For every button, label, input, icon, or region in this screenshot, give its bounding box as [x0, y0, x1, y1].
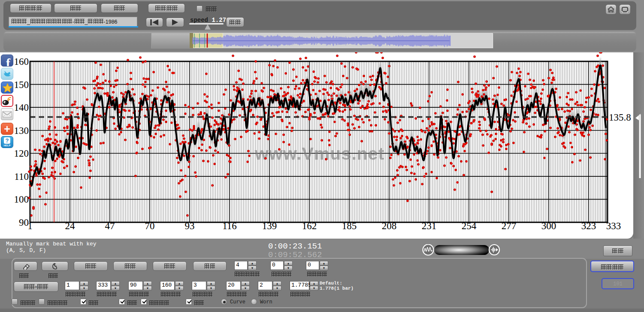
svg-text:93: 93 — [185, 221, 195, 231]
svg-text:110: 110 — [14, 171, 29, 182]
svg-text:150: 150 — [14, 79, 29, 90]
svg-text:70: 70 — [145, 221, 155, 231]
svg-text:160: 160 — [14, 56, 29, 67]
svg-text:120: 120 — [14, 148, 29, 159]
svg-text:140: 140 — [14, 102, 29, 113]
svg-text:277: 277 — [502, 221, 517, 231]
svg-text:100: 100 — [14, 194, 29, 205]
svg-text:135.8: 135.8 — [609, 112, 631, 123]
svg-text:185: 185 — [342, 221, 357, 231]
svg-text:208: 208 — [382, 221, 397, 231]
svg-text:24: 24 — [65, 221, 76, 231]
svg-text:333: 333 — [606, 221, 621, 231]
svg-text:1: 1 — [27, 221, 33, 231]
svg-text:www.Vmus.net: www.Vmus.net — [254, 144, 384, 164]
svg-text:300: 300 — [541, 221, 556, 231]
svg-text:323: 323 — [581, 221, 596, 231]
svg-text:116: 116 — [222, 221, 237, 231]
svg-text:162: 162 — [302, 221, 317, 231]
svg-text:139: 139 — [262, 221, 277, 231]
svg-text:254: 254 — [462, 221, 477, 231]
svg-text:130: 130 — [14, 125, 29, 136]
svg-text:47: 47 — [105, 221, 115, 231]
svg-text:231: 231 — [422, 221, 437, 231]
